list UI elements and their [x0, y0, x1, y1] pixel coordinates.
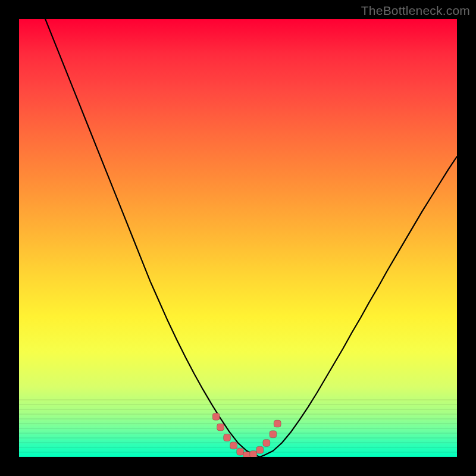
- bottom-stripes: [19, 396, 457, 457]
- plot-area: [19, 19, 457, 457]
- chart-frame: TheBottleneck.com: [0, 0, 476, 476]
- watermark-text: TheBottleneck.com: [361, 4, 470, 18]
